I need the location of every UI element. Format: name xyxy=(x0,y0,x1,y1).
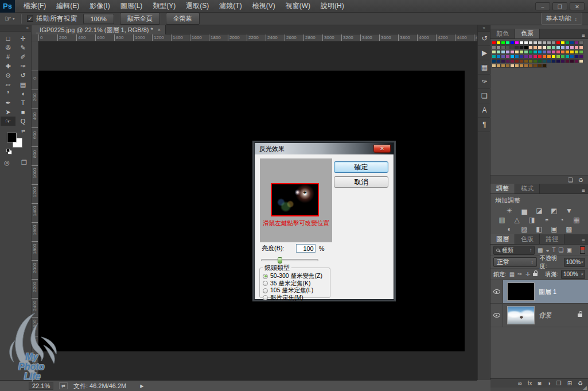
color-swatch[interactable] xyxy=(579,59,583,63)
swap-colors-icon[interactable]: ⇄ xyxy=(21,129,25,134)
color-swatch[interactable] xyxy=(492,55,496,59)
color-swatch[interactable] xyxy=(533,50,538,54)
color-swatch[interactable] xyxy=(501,59,505,63)
status-option-icon[interactable]: ⇄ xyxy=(59,382,68,389)
quick-selection-tool[interactable]: ✎ xyxy=(15,43,30,52)
color-swatch[interactable] xyxy=(505,45,510,49)
hue-saturation-icon[interactable]: ▥ xyxy=(497,216,507,224)
color-swatch[interactable] xyxy=(570,50,574,54)
history-panel-icon[interactable]: ↺ xyxy=(478,32,491,46)
color-swatch[interactable] xyxy=(570,41,574,45)
gradient-tool[interactable]: ▤ xyxy=(15,80,30,89)
color-swatch[interactable] xyxy=(542,64,547,68)
clone-source-panel-icon[interactable]: ❏ xyxy=(478,89,491,103)
tab-layers[interactable]: 圖層 xyxy=(490,234,515,244)
color-swatch[interactable] xyxy=(510,55,515,59)
curves-icon[interactable]: ◪ xyxy=(535,207,544,215)
color-swatch[interactable] xyxy=(533,41,538,45)
lens-option-radio[interactable]: 50-300 釐米變焦(Z) xyxy=(263,273,327,280)
color-swatch[interactable] xyxy=(519,55,524,59)
color-swatch[interactable] xyxy=(579,55,583,59)
color-swatch[interactable] xyxy=(515,50,519,54)
color-swatch[interactable] xyxy=(496,45,501,49)
color-swatch[interactable] xyxy=(538,45,542,49)
lens-option-radio[interactable]: 影片定焦(M) xyxy=(263,295,327,302)
close-tab-icon[interactable]: × xyxy=(158,27,161,33)
layer-style-icon[interactable]: fx xyxy=(528,380,532,386)
layer-row-background[interactable]: 背景 xyxy=(490,304,588,327)
color-swatch[interactable] xyxy=(542,55,547,59)
color-swatch[interactable] xyxy=(533,64,538,68)
color-swatch[interactable] xyxy=(501,45,505,49)
styles-panel-icon[interactable]: ▦ xyxy=(478,60,491,75)
color-swatch[interactable] xyxy=(574,55,579,59)
color-swatch[interactable] xyxy=(556,41,560,45)
color-swatch[interactable] xyxy=(510,64,515,68)
layer-name[interactable]: 圖層 1 xyxy=(539,288,556,296)
paragraph-panel-icon[interactable]: ¶ xyxy=(478,118,491,132)
hand-tool[interactable]: ☞ xyxy=(1,117,15,126)
color-swatch[interactable] xyxy=(565,41,570,45)
color-swatch[interactable] xyxy=(565,45,570,49)
color-swatch[interactable] xyxy=(501,64,505,68)
expand-panels-icon[interactable]: « xyxy=(478,25,490,32)
color-swatch[interactable] xyxy=(551,41,556,45)
color-swatch[interactable] xyxy=(492,59,496,63)
color-swatch[interactable] xyxy=(515,64,519,68)
delete-layer-icon[interactable]: ♻ xyxy=(578,380,583,386)
vertical-ruler[interactable]: 0200400600800100012001400160018002000220… xyxy=(32,41,38,380)
tab-swatches[interactable]: 色票 xyxy=(515,29,540,38)
color-swatch[interactable] xyxy=(501,50,505,54)
color-swatch[interactable] xyxy=(556,55,560,59)
eraser-tool[interactable]: ▱ xyxy=(1,80,15,89)
clone-stamp-tool[interactable]: ⊙ xyxy=(1,71,15,80)
eyedropper-tool[interactable]: ✐ xyxy=(15,52,30,61)
history-brush-tool[interactable]: ↺ xyxy=(15,71,30,80)
delete-swatch-icon[interactable]: ♻ xyxy=(578,177,583,183)
color-swatch[interactable] xyxy=(542,41,547,45)
threshold-icon[interactable]: ◧ xyxy=(535,225,544,233)
link-layers-icon[interactable]: ∞ xyxy=(518,380,522,386)
color-swatch[interactable] xyxy=(547,50,551,54)
color-swatch[interactable] xyxy=(560,59,565,63)
color-swatch[interactable] xyxy=(515,59,519,63)
spot-healing-brush-tool[interactable]: ✚ xyxy=(1,61,15,71)
color-swatch[interactable] xyxy=(538,55,542,59)
layer-name[interactable]: 背景 xyxy=(539,311,551,320)
flare-center-crosshair[interactable]: + xyxy=(303,189,306,196)
filter-toggle[interactable] xyxy=(580,246,585,254)
new-group-icon[interactable]: ❒ xyxy=(556,380,562,386)
color-swatch[interactable] xyxy=(510,59,515,63)
color-swatch[interactable] xyxy=(533,55,538,59)
path-selection-tool[interactable]: ➤ xyxy=(1,107,15,117)
hand-tool-icon[interactable]: ☞ xyxy=(5,14,11,23)
color-swatch[interactable] xyxy=(505,64,510,68)
color-swatch[interactable] xyxy=(565,59,570,63)
canvas[interactable] xyxy=(38,71,465,351)
lens-option-radio[interactable]: 105 釐米定焦(L) xyxy=(263,287,327,295)
new-swatch-icon[interactable]: ❏ xyxy=(568,177,573,183)
color-swatch[interactable] xyxy=(515,55,519,59)
color-swatch[interactable] xyxy=(492,50,496,54)
posterize-icon[interactable]: ▨ xyxy=(520,225,529,233)
blur-tool[interactable]: ❜ xyxy=(1,89,15,98)
brush-tool[interactable]: ✑ xyxy=(15,61,30,71)
color-swatch[interactable] xyxy=(574,50,579,54)
lock-transparency-icon[interactable]: ▦ xyxy=(509,271,515,277)
tab-paths[interactable]: 路徑 xyxy=(540,234,564,244)
color-swatch[interactable] xyxy=(505,41,510,45)
tab-adjustments[interactable]: 調整 xyxy=(490,184,515,193)
color-swatch[interactable] xyxy=(556,59,560,63)
color-swatch[interactable] xyxy=(538,64,542,68)
filter-adjustment-icon[interactable]: ◒ xyxy=(546,247,549,253)
color-swatch[interactable] xyxy=(496,64,501,68)
rectangular-marquee-tool[interactable]: □ xyxy=(1,34,15,43)
color-swatch[interactable] xyxy=(519,50,524,54)
actions-panel-icon[interactable]: ▶ xyxy=(478,46,491,60)
document-tab[interactable]: _IGP0225.jpg @ 22.1% (圖層 1, RGB/8) * × xyxy=(32,25,166,34)
color-swatch[interactable] xyxy=(519,45,524,49)
lock-move-icon[interactable]: ✛ xyxy=(525,271,530,277)
color-swatch[interactable] xyxy=(524,55,528,59)
color-swatch[interactable] xyxy=(528,59,533,63)
fill-screen-button[interactable]: 全螢幕 xyxy=(166,13,200,25)
